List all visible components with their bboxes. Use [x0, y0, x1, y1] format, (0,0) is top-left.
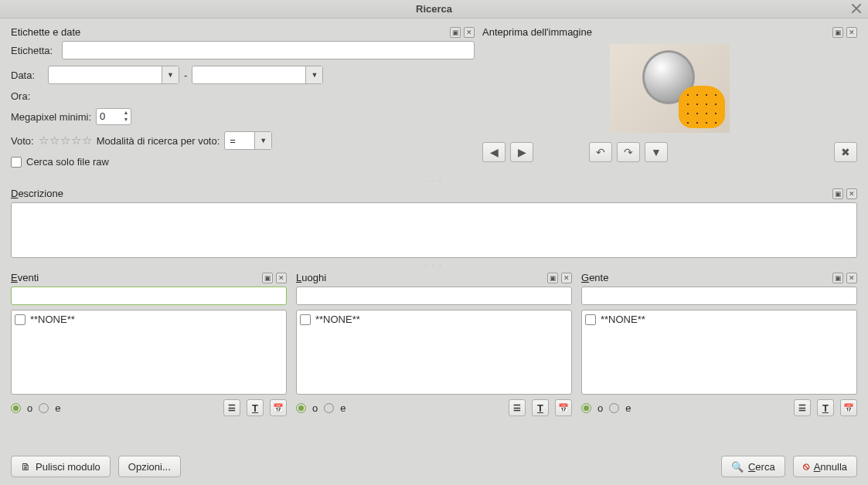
raw-only-checkbox[interactable] [11, 157, 22, 168]
spin-down-icon: ▼ [122, 117, 130, 124]
places-panel: Luoghi ▣ ✕ **NONE** o e ☰ T 📅 [296, 272, 572, 416]
rotate-cw-button[interactable]: ↷ [617, 142, 640, 162]
ratings-toggle-button[interactable]: ▼ [645, 142, 668, 162]
list-item: **NONE** [300, 314, 568, 325]
select-all-button[interactable]: ☰ [223, 399, 240, 416]
chevron-down-icon: ▼ [305, 66, 322, 83]
date-separator: - [184, 70, 187, 81]
people-filter-input[interactable] [581, 287, 857, 305]
vote-mode-dropdown[interactable]: =▼ [224, 131, 272, 150]
close-panel-icon[interactable]: ✕ [846, 273, 857, 283]
description-title: Descrizione [11, 188, 832, 199]
events-radio-e[interactable] [39, 403, 49, 413]
tag-input[interactable] [62, 41, 475, 59]
events-title: Eventi [11, 272, 262, 283]
events-panel: Eventi ▣ ✕ **NONE** o e ☰ T 📅 [11, 272, 287, 416]
stop-icon: ⦸ [803, 460, 809, 473]
list-item: **NONE** [585, 314, 853, 325]
label-data: Data: [11, 70, 43, 81]
clear-form-button[interactable]: 🗎 Pulisci modulo [11, 456, 111, 477]
detach-icon[interactable]: ▣ [450, 27, 461, 38]
description-panel: Descrizione ▣ ✕ [11, 188, 857, 258]
places-radio-o[interactable] [296, 403, 306, 413]
label-megapixel: Megapixel minimi: [11, 111, 91, 123]
next-button[interactable]: ▶ [510, 142, 533, 162]
alphabetic-button[interactable]: T [532, 399, 549, 416]
splitter-handle[interactable]: · · · [11, 263, 857, 267]
people-panel: Gente ▣ ✕ **NONE** o e ☰ T 📅 [581, 272, 857, 416]
megapixel-spinner[interactable]: 0 ▲▼ [96, 108, 131, 125]
preview-panel: Anteprima dell'immagine ▣ ✕ ◀ ▶ ↶ [482, 26, 857, 174]
rotate-ccw-button[interactable]: ↶ [589, 142, 612, 162]
prev-button[interactable]: ◀ [482, 142, 505, 162]
list-item: **NONE** [15, 314, 283, 325]
cancel-button[interactable]: ⦸ Annulla [793, 456, 857, 477]
close-panel-icon[interactable]: ✕ [846, 27, 857, 38]
star-icon: ☆ [60, 134, 70, 148]
close-icon[interactable] [851, 3, 863, 15]
places-listbox[interactable]: **NONE** [296, 310, 572, 395]
label-vote-mode: Modalità di ricerca per voto: [97, 135, 220, 147]
detach-icon[interactable]: ▣ [832, 188, 843, 199]
places-title: Luoghi [296, 272, 547, 283]
label-etichetta: Etichetta: [11, 45, 57, 56]
events-filter-input[interactable] [11, 287, 287, 305]
detach-icon[interactable]: ▣ [547, 273, 558, 283]
window-title: Ricerca [0, 3, 868, 15]
calendar-button[interactable]: 📅 [840, 399, 857, 416]
people-radio-e[interactable] [609, 403, 619, 413]
people-title: Gente [581, 272, 832, 283]
alphabetic-button[interactable]: T [247, 399, 264, 416]
preview-image [610, 44, 730, 133]
close-panel-icon[interactable]: ✕ [561, 273, 572, 283]
titlebar: Ricerca [0, 0, 868, 19]
options-button[interactable]: Opzioni... [118, 456, 181, 477]
chevron-down-icon: ▼ [254, 132, 271, 149]
raw-only-label: Cerca solo file raw [26, 156, 109, 168]
date-to-dropdown[interactable]: ▼ [192, 66, 323, 84]
item-checkbox[interactable] [585, 314, 596, 325]
chevron-down-icon: ▼ [162, 66, 179, 83]
places-filter-input[interactable] [296, 287, 572, 305]
tags-dates-title: Etichette e date [11, 26, 450, 38]
star-icon: ☆ [39, 134, 49, 148]
places-radio-e[interactable] [324, 403, 334, 413]
vote-stars[interactable]: ☆☆☆☆☆ [39, 134, 92, 148]
document-icon: 🗎 [21, 461, 31, 473]
star-icon: ☆ [82, 134, 92, 148]
spin-up-icon: ▲ [122, 110, 130, 117]
search-button[interactable]: 🔍 Cerca [721, 456, 785, 477]
detach-icon[interactable]: ▣ [832, 27, 843, 38]
label-ora: Ora: [11, 90, 30, 102]
item-checkbox[interactable] [300, 314, 311, 325]
select-all-button[interactable]: ☰ [509, 399, 526, 416]
tags-dates-panel: Etichette e date ▣ ✕ Etichetta: Data: ▼ … [11, 26, 475, 174]
people-radio-o[interactable] [581, 403, 591, 413]
close-panel-icon[interactable]: ✕ [846, 188, 857, 199]
star-icon: ☆ [71, 134, 81, 148]
events-radio-o[interactable] [11, 403, 21, 413]
description-textarea[interactable] [11, 202, 857, 258]
label-voto: Voto: [11, 135, 34, 147]
splitter-handle[interactable]: · · · [11, 178, 857, 183]
select-all-button[interactable]: ☰ [794, 399, 811, 416]
item-checkbox[interactable] [15, 314, 26, 325]
detach-icon[interactable]: ▣ [832, 273, 843, 283]
dialog-button-bar: 🗎 Pulisci modulo Opzioni... 🔍 Cerca ⦸ An… [0, 448, 868, 485]
close-panel-icon[interactable]: ✕ [464, 27, 475, 38]
remove-button[interactable]: ✖ [834, 142, 857, 162]
people-listbox[interactable]: **NONE** [581, 310, 857, 395]
calendar-button[interactable]: 📅 [270, 399, 287, 416]
events-listbox[interactable]: **NONE** [11, 310, 287, 395]
close-panel-icon[interactable]: ✕ [276, 273, 287, 283]
alphabetic-button[interactable]: T [817, 399, 834, 416]
detach-icon[interactable]: ▣ [262, 273, 273, 283]
preview-title: Anteprima dell'immagine [482, 26, 832, 38]
search-icon: 🔍 [731, 461, 744, 473]
star-icon: ☆ [49, 134, 60, 148]
calendar-button[interactable]: 📅 [555, 399, 572, 416]
date-from-dropdown[interactable]: ▼ [48, 66, 179, 84]
